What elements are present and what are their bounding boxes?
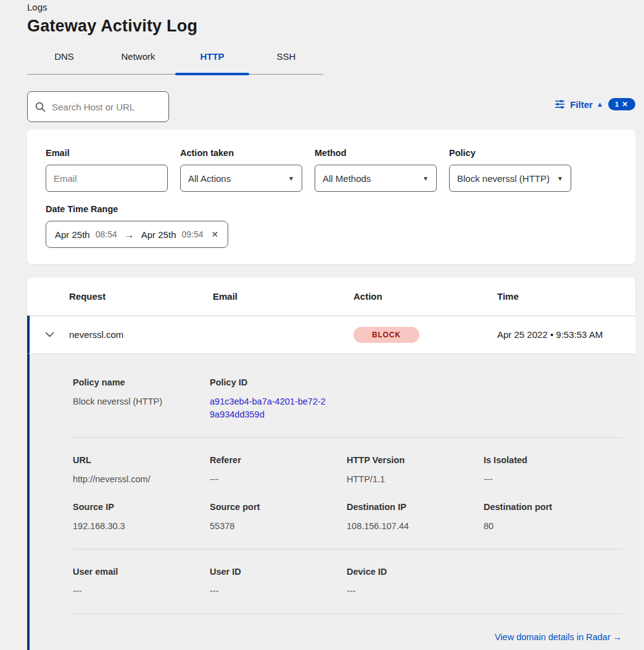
url-field: URL http://neverssl.com/ xyxy=(73,455,210,486)
row-expand-chevron-icon[interactable] xyxy=(45,332,54,337)
email-filter: Email xyxy=(46,148,168,192)
divider xyxy=(73,437,622,438)
source-port-field: Source port 55378 xyxy=(210,502,347,533)
action-taken-value: All Actions xyxy=(188,173,231,184)
policy-id-link[interactable]: a91c3eb4-ba7a-4201-be72-29a934dd359d xyxy=(210,395,327,421)
column-header-action: Action xyxy=(353,291,497,302)
http-version-field: HTTP Version HTTP/1.1 xyxy=(347,455,484,486)
row-detail-panel: Policy name Block neverssl (HTTP) Policy… xyxy=(27,353,635,650)
row-time: Apr 25 2022 • 9:53:53 AM xyxy=(497,329,603,340)
referer-value: --- xyxy=(210,473,347,486)
policy-name-value: Block neverssl (HTTP) xyxy=(73,395,210,408)
table-row[interactable]: neverssl.com BLOCK Apr 25 2022 • 9:53:53… xyxy=(27,316,635,353)
tab-dns[interactable]: DNS xyxy=(27,44,101,74)
user-email-value: --- xyxy=(73,585,210,598)
end-time[interactable]: 09:54 xyxy=(181,229,203,239)
filter-panel: Email Action taken All Actions ▼ Method … xyxy=(27,130,635,264)
date-range-label: Date Time Range xyxy=(46,204,617,214)
collapse-caret-icon[interactable]: ▲ xyxy=(597,101,603,108)
source-ip-field: Source IP 192.168.30.3 xyxy=(73,502,210,533)
table-header: Request Email Action Time xyxy=(27,278,635,316)
is-isolated-label: Is Isolated xyxy=(484,455,621,465)
source-port-value: 55378 xyxy=(210,520,347,533)
http-version-label: HTTP Version xyxy=(347,455,484,465)
clear-date-icon[interactable]: ✕ xyxy=(212,229,219,239)
method-filter: Method All Methods ▼ xyxy=(315,148,437,192)
source-ip-value: 192.168.30.3 xyxy=(73,520,210,533)
device-id-value: --- xyxy=(347,585,484,598)
source-ip-label: Source IP xyxy=(73,502,210,512)
email-filter-label: Email xyxy=(46,148,168,158)
method-label: Method xyxy=(315,148,437,158)
destination-ip-label: Destination IP xyxy=(347,502,484,512)
destination-ip-field: Destination IP 108.156.107.44 xyxy=(347,502,484,533)
chevron-down-icon: ▼ xyxy=(288,175,294,182)
action-taken-select[interactable]: All Actions ▼ xyxy=(180,165,302,192)
log-type-tabs: DNS Network HTTP SSH xyxy=(27,44,323,75)
tab-network[interactable]: Network xyxy=(101,44,175,74)
email-filter-input[interactable] xyxy=(54,173,160,184)
activity-log-table: Request Email Action Time neverssl.com B… xyxy=(27,278,635,650)
divider xyxy=(73,549,622,549)
policy-label: Policy xyxy=(449,148,571,158)
policy-id-field: Policy ID a91c3eb4-ba7a-4201-be72-29a934… xyxy=(210,377,347,421)
destination-port-label: Destination port xyxy=(484,502,621,512)
start-time[interactable]: 08:54 xyxy=(96,229,117,239)
tab-ssh[interactable]: SSH xyxy=(249,44,323,74)
breadcrumb[interactable]: Logs xyxy=(27,2,47,12)
search-icon xyxy=(35,102,46,112)
url-value: http://neverssl.com/ xyxy=(73,473,210,486)
destination-port-value: 80 xyxy=(484,520,621,533)
page-title: Gateway Activity Log xyxy=(27,17,197,36)
device-id-label: Device ID xyxy=(347,567,484,577)
toolbar: Filter ▲ 1 ✕ xyxy=(27,91,635,122)
divider xyxy=(73,614,622,614)
is-isolated-field: Is Isolated --- xyxy=(484,455,621,486)
user-email-label: User email xyxy=(73,567,210,577)
referer-field: Referer --- xyxy=(210,455,347,486)
chevron-down-icon: ▼ xyxy=(423,175,429,182)
user-id-field: User ID --- xyxy=(210,567,347,598)
tab-http[interactable]: HTTP xyxy=(175,44,249,74)
user-email-field: User email --- xyxy=(73,567,210,598)
url-label: URL xyxy=(73,455,210,465)
action-taken-filter: Action taken All Actions ▼ xyxy=(180,148,302,192)
range-arrow-icon: → xyxy=(123,229,136,240)
search-input[interactable] xyxy=(52,102,157,112)
user-id-label: User ID xyxy=(210,567,347,577)
policy-value: Block neverssl (HTTP) xyxy=(457,173,550,184)
http-version-value: HTTP/1.1 xyxy=(347,473,484,486)
policy-name-field: Policy name Block neverssl (HTTP) xyxy=(73,377,210,421)
chevron-down-icon: ▼ xyxy=(557,175,563,182)
end-date[interactable]: Apr 25th xyxy=(141,229,176,240)
policy-name-label: Policy name xyxy=(73,377,210,387)
date-range-picker[interactable]: Apr 25th 08:54 → Apr 25th 09:54 ✕ xyxy=(46,221,228,248)
policy-id-label: Policy ID xyxy=(210,377,347,387)
device-id-field: Device ID --- xyxy=(347,567,484,598)
policy-select[interactable]: Block neverssl (HTTP) ▼ xyxy=(449,165,571,192)
destination-ip-value: 108.156.107.44 xyxy=(347,520,484,533)
is-isolated-value: --- xyxy=(484,473,621,486)
filter-icon xyxy=(555,99,565,109)
filter-count-badge[interactable]: 1 ✕ xyxy=(608,98,635,110)
filter-toggle[interactable]: Filter ▲ 1 ✕ xyxy=(555,98,635,110)
method-select[interactable]: All Methods ▼ xyxy=(315,165,437,192)
search-box[interactable] xyxy=(27,91,169,122)
row-request: neverssl.com xyxy=(69,329,123,340)
referer-label: Referer xyxy=(210,455,347,465)
column-header-request: Request xyxy=(69,291,213,302)
action-taken-label: Action taken xyxy=(180,148,302,158)
policy-filter: Policy Block neverssl (HTTP) ▼ xyxy=(449,148,571,192)
source-port-label: Source port xyxy=(210,502,347,512)
filter-label: Filter xyxy=(570,99,593,110)
radar-details-link[interactable]: View domain details in Radar → xyxy=(495,632,622,642)
user-id-value: --- xyxy=(210,585,347,598)
method-value: All Methods xyxy=(323,173,371,184)
column-header-email: Email xyxy=(213,291,353,302)
gateway-activity-log-page: Logs Gateway Activity Log DNS Network HT… xyxy=(0,0,644,650)
column-header-time: Time xyxy=(497,291,635,302)
destination-port-field: Destination port 80 xyxy=(484,502,621,533)
status-badge-block: BLOCK xyxy=(353,327,419,343)
start-date[interactable]: Apr 25th xyxy=(55,229,90,240)
